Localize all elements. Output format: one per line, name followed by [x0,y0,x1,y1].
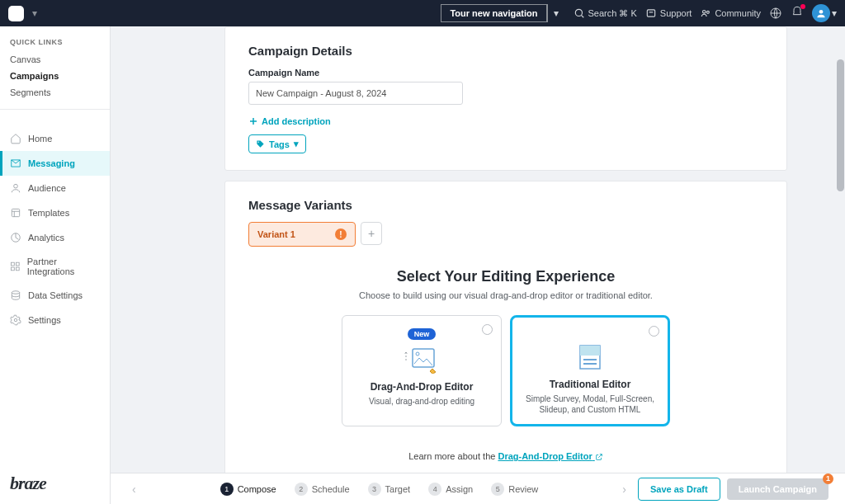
audience-icon [10,182,21,194]
step-schedule[interactable]: 2Schedule [295,483,350,496]
svg-point-7 [819,10,824,14]
launch-campaign-button[interactable]: Launch Campaign 1 [727,478,828,500]
search-icon [574,7,585,19]
editor-traditional-desc: Simple Survey, Modal, Full-Screen, Slide… [522,393,658,415]
svg-point-21 [258,142,259,143]
editing-subtitle: Choose to build using our visual drag-an… [248,290,763,300]
analytics-icon [10,232,21,243]
account-menu[interactable]: ▾ [812,4,837,22]
chevron-down-icon: ▾ [294,139,299,149]
ql-canvas[interactable]: Canvas [0,51,110,68]
nav-settings[interactable]: Settings [0,308,110,332]
globe-icon[interactable] [769,7,782,20]
templates-icon [10,207,21,219]
message-variants-card: Message Variants Variant 1 ! + Select Yo… [224,181,787,492]
learn-more-link[interactable]: Drag-And-Drop Editor [498,451,602,461]
nav-analytics[interactable]: Analytics [0,225,110,250]
svg-rect-13 [12,262,15,266]
svg-rect-25 [580,346,600,356]
nav-templates[interactable]: Templates [0,200,110,225]
learn-more-text: Learn more about the Drag-And-Drop Edito… [248,451,763,461]
svg-rect-14 [16,262,19,266]
community-icon [700,7,711,19]
nav-partner-integrations[interactable]: Partner Integrations [0,250,110,283]
add-variant-button[interactable]: + [361,222,382,245]
svg-rect-2 [647,10,654,16]
svg-point-18 [14,318,17,322]
top-header: ▾ Tour new navigation ▾ Search ⌘ K Suppo… [0,0,845,26]
svg-rect-22 [413,349,434,367]
traditional-illustration [522,341,658,374]
brand-logo: braze [10,473,46,494]
svg-line-1 [581,15,583,17]
support-icon [645,7,657,19]
tag-icon [256,139,265,148]
settings-icon [10,314,21,326]
campaign-details-card: Campaign Details Campaign Name Add descr… [224,26,787,171]
search-button[interactable]: Search ⌘ K [574,7,637,19]
ql-segments[interactable]: Segments [0,84,110,101]
editor-traditional-title: Traditional Editor [522,379,658,390]
app-logo[interactable] [8,6,24,21]
details-heading: Campaign Details [248,44,763,58]
add-description-button[interactable]: Add description [248,116,763,126]
sidebar: QUICK LINKS Canvas Campaigns Segments Ho… [0,26,111,504]
svg-point-23 [416,352,419,356]
scrollbar[interactable] [837,26,844,504]
quick-links-heading: QUICK LINKS [0,38,110,51]
avatar [812,4,830,22]
warning-icon: ! [335,228,347,240]
launch-warning-badge: 1 [823,473,833,484]
dragdrop-illustration [352,343,491,376]
editor-card-traditional[interactable]: Traditional Editor Simple Survey, Modal,… [510,315,670,426]
variants-heading: Message Variants [248,198,763,212]
plus-icon [248,116,258,126]
svg-rect-16 [16,267,19,271]
tour-navigation-button[interactable]: Tour new navigation [441,4,546,22]
step-review[interactable]: 5Review [491,483,538,496]
data-settings-icon [10,290,21,301]
workspace-chevron-icon[interactable]: ▾ [32,7,37,19]
stepper-next-button[interactable]: › [617,483,631,496]
step-target[interactable]: 3Target [368,483,411,496]
nav-home[interactable]: Home [0,126,110,151]
campaign-name-input[interactable] [248,82,463,105]
integrations-icon [10,261,21,272]
save-draft-button[interactable]: Save as Draft [638,478,720,501]
svg-point-8 [14,184,18,188]
messaging-icon [10,158,21,169]
editing-title: Select Your Editing Experience [248,268,763,285]
svg-point-0 [575,9,582,16]
notifications-button[interactable] [791,6,804,21]
svg-point-5 [707,11,710,13]
step-compose[interactable]: 1Compose [220,483,276,496]
editor-dragdrop-desc: Visual, drag-and-drop editing [352,396,491,407]
community-link[interactable]: Community [700,7,761,19]
radio-unselected [649,326,659,337]
nav-data-settings[interactable]: Data Settings [0,283,110,308]
home-icon [10,133,21,144]
ql-campaigns[interactable]: Campaigns [0,68,110,84]
svg-point-17 [12,291,19,294]
tour-navigation-dropdown[interactable]: ▾ [547,4,565,22]
editor-dragdrop-title: Drag-And-Drop Editor [352,381,491,393]
stepper-footer: ‹ 1Compose 2Schedule 3Target 4Assign 5Re… [111,473,845,504]
editor-card-dragdrop[interactable]: New Drag-And-Drop Editor Visual, drag-an… [342,315,502,426]
tags-button[interactable]: Tags ▾ [248,134,306,153]
radio-unselected [482,324,493,335]
stepper-prev-button[interactable]: ‹ [127,483,141,496]
nav-audience[interactable]: Audience [0,176,110,200]
step-assign[interactable]: 4Assign [428,483,473,496]
variant-1-tab[interactable]: Variant 1 ! [248,222,356,247]
new-badge: New [408,328,437,340]
svg-rect-15 [12,267,15,271]
support-link[interactable]: Support [645,7,692,19]
svg-rect-9 [12,209,19,216]
campaign-name-label: Campaign Name [248,68,763,78]
main-content: Campaign Details Campaign Name Add descr… [111,26,845,504]
svg-point-4 [703,11,706,14]
external-link-icon [595,453,603,461]
nav-messaging[interactable]: Messaging [0,151,110,176]
